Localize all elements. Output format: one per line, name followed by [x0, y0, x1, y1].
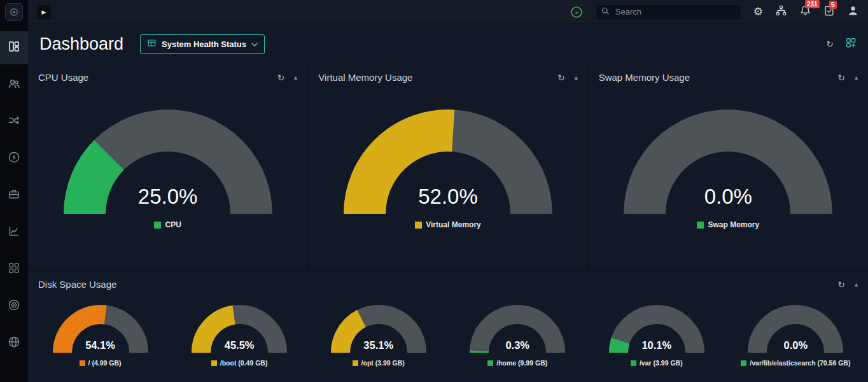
shuffle-arrows-icon: [8, 114, 20, 129]
panel-title: Swap Memory Usage: [599, 72, 829, 83]
header-actions: ↻: [826, 37, 857, 51]
sidebar-nav: [0, 24, 28, 364]
legend-swatch: [741, 360, 746, 366]
panel-disk-space-usage: Disk Space Usage ↻ ▴ 54.1% / (4.99 GB): [28, 271, 868, 382]
view-selector-label: System Health Status: [162, 39, 246, 49]
panel-refresh-button[interactable]: ↻: [557, 73, 565, 82]
gauge-value: 52.0%: [340, 185, 556, 209]
app-window: ▶ ⚙ 231 5: [0, 0, 868, 382]
legend-label: Virtual Memory: [426, 220, 480, 229]
panel-title: Virtual Memory Usage: [318, 72, 549, 83]
globe-icon: [8, 336, 20, 351]
gauge-value: 0.3%: [451, 339, 584, 351]
gauge-value: 54.1%: [34, 339, 167, 351]
disk-gauge-var: 10.1% /var (3.99 GB): [590, 304, 724, 367]
disk-gauge-elasticsearch: 0.0% /var/lib/elasticsearch (70.56 GB): [729, 304, 862, 367]
sidebar-item-shuffle[interactable]: [0, 105, 28, 138]
gear-icon: ⚙: [753, 6, 763, 17]
panel-cpu-usage: CPU Usage ↻ ▴ 25.0% CPU: [28, 64, 308, 271]
sidebar: [0, 0, 28, 382]
gauge-value: 10.1%: [590, 339, 724, 351]
gauge-legend: /home (9.99 GB): [487, 359, 547, 367]
sidebar-item-reports[interactable]: [0, 216, 28, 249]
sidebar-item-briefcase[interactable]: [0, 179, 28, 212]
sidebar-item-dashboard[interactable]: [0, 31, 28, 64]
system-health-icon[interactable]: [570, 6, 583, 18]
swap-memory-gauge: 0.0%: [620, 104, 836, 218]
search-input[interactable]: [614, 6, 736, 17]
sidebar-item-users[interactable]: [0, 68, 28, 101]
sidebar-item-lightning[interactable]: [0, 142, 28, 175]
apps-grid-icon: [8, 262, 20, 277]
panel-refresh-button[interactable]: ↻: [277, 73, 285, 82]
app-logo[interactable]: [0, 0, 28, 24]
hierarchy-button[interactable]: [775, 4, 787, 19]
gauge-value: 0.0%: [729, 339, 862, 351]
gauge-legend: Virtual Memory: [308, 220, 587, 229]
tasks-button[interactable]: 5: [823, 5, 835, 19]
legend-swatch: [697, 222, 704, 229]
legend-swatch: [487, 360, 493, 366]
legend-label: /var/lib/elasticsearch (70.56 GB): [750, 359, 850, 367]
add-dashboard-button[interactable]: [845, 37, 857, 51]
legend-swatch: [154, 222, 161, 229]
notifications-button[interactable]: 231: [799, 4, 811, 19]
sidebar-toggle-button[interactable]: ▶: [37, 5, 51, 19]
panel-swap-memory-usage: Swap Memory Usage ↻ ▴ 0.0% Swap Memory: [589, 64, 868, 271]
gauge-legend: /opt (3.99 GB): [353, 359, 405, 367]
briefcase-icon: [8, 188, 20, 203]
radar-icon: [8, 299, 20, 314]
legend-label: / (4.99 GB): [88, 359, 122, 367]
gauge-panels-row: CPU Usage ↻ ▴ 25.0% CPU: [28, 64, 868, 271]
panel-collapse-button[interactable]: ▴: [855, 74, 858, 81]
settings-button[interactable]: ⚙: [753, 6, 763, 17]
legend-swatch: [80, 360, 85, 366]
legend-label: CPU: [165, 220, 181, 229]
disk-gauge-root: 54.1% / (4.99 GB): [34, 304, 167, 367]
search-icon: [601, 6, 610, 18]
legend-swatch: [353, 360, 358, 366]
legend-swatch: [631, 360, 636, 366]
panel-collapse-button[interactable]: ▴: [575, 74, 578, 81]
panel-title: Disk Space Usage: [38, 279, 829, 290]
chevron-down-icon: [251, 38, 258, 50]
sidebar-item-radar[interactable]: [0, 290, 28, 323]
app-logo-icon: [5, 3, 23, 21]
gauge-legend: /boot (0.49 GB): [211, 359, 268, 367]
dashboard-view-selector[interactable]: System Health Status: [140, 34, 265, 54]
user-icon: [847, 4, 859, 19]
page-title: Dashboard: [39, 34, 123, 54]
gauge-value: 35.1%: [312, 339, 445, 351]
panel-collapse-button[interactable]: ▴: [855, 281, 858, 288]
disk-gauges-row: 54.1% / (4.99 GB) 45.5% /boot (0.49 GB): [28, 304, 868, 367]
user-menu-button[interactable]: [847, 4, 859, 19]
gauge-value: 45.5%: [172, 339, 306, 351]
dashboard-icon: [8, 40, 20, 55]
legend-swatch: [415, 222, 422, 229]
gauge-legend: /var/lib/elasticsearch (70.56 GB): [741, 359, 850, 367]
legend-label: Swap Memory: [708, 220, 759, 229]
panel-refresh-button[interactable]: ↻: [837, 280, 845, 289]
gauge-legend: CPU: [28, 220, 307, 229]
users-icon: [8, 77, 20, 92]
sidebar-item-network[interactable]: [0, 327, 28, 360]
disk-gauge-boot: 45.5% /boot (0.49 GB): [172, 304, 306, 367]
legend-label: /var (3.99 GB): [640, 359, 683, 367]
panel-collapse-button[interactable]: ▴: [294, 74, 297, 81]
panel-refresh-button[interactable]: ↻: [837, 73, 845, 82]
lightning-icon: [8, 151, 20, 166]
refresh-dashboard-button[interactable]: ↻: [826, 39, 834, 48]
legend-swatch: [211, 360, 217, 366]
gauge-legend: Swap Memory: [589, 220, 868, 229]
dashboard-panel-icon: [147, 38, 157, 50]
gauge-value: 0.0%: [620, 185, 836, 209]
topbar-right: ⚙ 231 5: [570, 4, 859, 20]
gauge-legend: /var (3.99 GB): [631, 359, 683, 367]
tasks-badge: 5: [829, 1, 837, 9]
disk-gauge-opt: 35.1% /opt (3.99 GB): [312, 304, 445, 367]
panel-virtual-memory-usage: Virtual Memory Usage ↻ ▴ 52.0% Virtual M…: [308, 64, 588, 271]
sidebar-item-apps[interactable]: [0, 253, 28, 286]
cpu-gauge: 25.0%: [60, 104, 276, 218]
page-header: Dashboard System Health Status ↻: [28, 24, 868, 64]
notifications-badge: 231: [805, 0, 820, 8]
